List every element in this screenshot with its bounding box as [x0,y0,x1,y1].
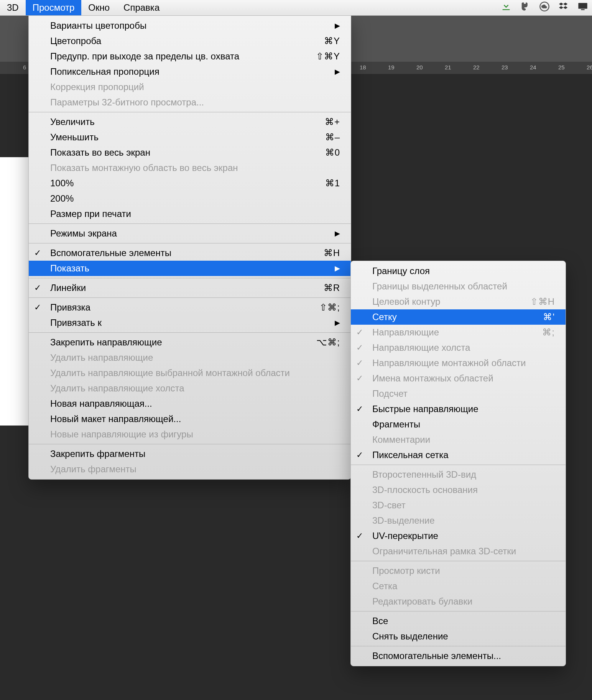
ruler-tick: 21 [445,64,451,71]
menu-view[interactable]: Просмотр [26,0,82,15]
check-icon: ✓ [356,531,363,541]
menu-item[interactable]: Снять выделение [351,629,566,644]
menu-item[interactable]: Вспомогательные элементы... [351,648,566,664]
menu-item-label: Комментарии [372,434,555,445]
view-menu-dropdown: Варианты цветопробы▶Цветопроба⌘YПредупр.… [28,15,351,480]
menu-item-label: Вспомогательные элементы... [372,651,555,661]
menu-item-label: Направляющие монтажной области [372,358,555,368]
menu-item[interactable]: Закрепить фрагменты [29,446,351,462]
menu-item[interactable]: Новый макет направляющей... [29,411,351,427]
menu-item-label: Уменьшить [50,132,314,143]
creative-cloud-icon[interactable] [539,1,550,14]
download-icon[interactable] [501,1,511,14]
menu-item: Параметры 32-битного просмотра... [29,95,351,110]
menu-item: ✓Имена монтажных областей [351,371,566,386]
menu-item[interactable]: Сетку⌘' [351,309,566,325]
evernote-icon[interactable] [520,1,531,14]
menu-item: Новые направляющие из фигуры [29,427,351,442]
menu-item[interactable]: ✓Линейки⌘R [29,280,351,296]
menu-item-label: Привязка [50,302,308,313]
menu-item[interactable]: 200% [29,191,351,206]
check-icon: ✓ [356,404,363,414]
menu-item[interactable]: ✓Быстрые направляющие [351,401,566,417]
menu-item-label: Границу слоя [372,266,555,276]
menu-item[interactable]: Границу слоя [351,263,566,279]
menu-item-label: Сетку [372,312,531,322]
shortcut: ⇧⌘; [319,302,340,313]
menu-item[interactable]: Новая направляющая... [29,396,351,411]
menu-item-label: UV-перекрытие [372,531,555,541]
menu-item: 3D-выделение [351,513,566,528]
menu-item[interactable]: Размер при печати [29,206,351,222]
menu-item[interactable]: Варианты цветопробы▶ [29,18,351,33]
menu-item: Удалить направляющие [29,350,351,365]
menu-item-label: Размер при печати [50,209,340,219]
menu-item[interactable]: ✓UV-перекрытие [351,528,566,544]
menu-item-label: Просмотр кисти [372,565,555,576]
menu-item-label: Пиксельная сетка [372,450,555,460]
menu-item-label: Направляющие [372,327,531,338]
menu-item[interactable]: Цветопроба⌘Y [29,33,351,49]
menu-item-label: Попиксельная пропорция [50,66,323,77]
shortcut: ⌘1 [325,178,340,189]
menu-item[interactable]: Попиксельная пропорция▶ [29,64,351,79]
menu-item: Редактировать булавки [351,594,566,609]
menu-item[interactable]: Увеличить⌘+ [29,114,351,130]
menu-item: ✓Направляющие⌘; [351,325,566,340]
menu-item[interactable]: Предупр. при выходе за пределы цв. охват… [29,49,351,64]
menu-item[interactable]: ✓Вспомогательные элементы⌘H [29,245,351,261]
menu-item[interactable]: ✓Привязка⇧⌘; [29,300,351,315]
menu-item-label: Режимы экрана [50,228,323,239]
shortcut: ⌘; [542,327,555,338]
menu-item-label: Коррекция пропорций [50,82,340,92]
menu-item-label: Новая направляющая... [50,398,340,409]
menu-item-label: Вспомогательные элементы [50,248,312,258]
menu-item: Второстепенный 3D-вид [351,467,566,482]
menu-window[interactable]: Окно [81,0,117,15]
check-icon: ✓ [356,327,363,337]
menu-item-label: Показать [50,263,323,274]
menu-item-label: Цветопроба [50,36,312,46]
menu-item-label: Фрагменты [372,419,555,430]
menu-item-label: Показать во весь экран [50,147,314,158]
menu-item-label: 100% [50,178,314,189]
menu-item-label: Целевой контур [372,296,519,307]
menu-item-label: Линейки [50,283,312,293]
menu-item[interactable]: 100%⌘1 [29,176,351,191]
shortcut: ⌘' [543,312,555,322]
menu-help[interactable]: Справка [117,0,166,15]
menu-item[interactable]: Все [351,613,566,629]
svg-rect-2 [581,9,584,10]
menu-item-label: 3D-плоскость основания [372,485,555,495]
check-icon: ✓ [356,358,363,368]
menu-item-label: 3D-свет [372,500,555,511]
shortcut: ⌘0 [325,147,340,158]
menu-item[interactable]: Фрагменты [351,417,566,432]
menu-item: 3D-свет [351,498,566,513]
shortcut: ⇧⌘H [530,296,555,307]
dropbox-icon[interactable] [558,1,569,14]
menubar: 3D Просмотр Окно Справка [0,0,592,16]
menu-3d[interactable]: 3D [0,0,26,15]
submenu-arrow-icon: ▶ [335,319,340,327]
shortcut: ⇧⌘Y [316,51,340,62]
check-icon: ✓ [356,450,363,460]
menu-item[interactable]: Уменьшить⌘– [29,130,351,145]
show-submenu: Границу слояГраницы выделенных областейЦ… [350,261,566,666]
menu-item: Удалить направляющие выбранной монтажной… [29,365,351,381]
menu-item[interactable]: Закрепить направляющие⌥⌘; [29,335,351,350]
menu-item-label: Закрепить направляющие [50,337,305,348]
menu-item-label: Имена монтажных областей [372,373,555,384]
menu-item[interactable]: ✓Пиксельная сетка [351,447,566,463]
menu-item: Целевой контур⇧⌘H [351,294,566,309]
menu-item-label: Ограничительная рамка 3D-сетки [372,546,555,557]
menu-item[interactable]: Показать во весь экран⌘0 [29,145,351,160]
menu-item[interactable]: Показать▶ [29,261,351,276]
ruler-tick: 20 [416,64,423,71]
menu-item[interactable]: Привязать к▶ [29,315,351,330]
display-icon[interactable] [577,1,588,14]
check-icon: ✓ [356,343,363,353]
menu-item: Границы выделенных областей [351,279,566,294]
check-icon: ✓ [34,283,41,293]
menu-item[interactable]: Режимы экрана▶ [29,226,351,241]
